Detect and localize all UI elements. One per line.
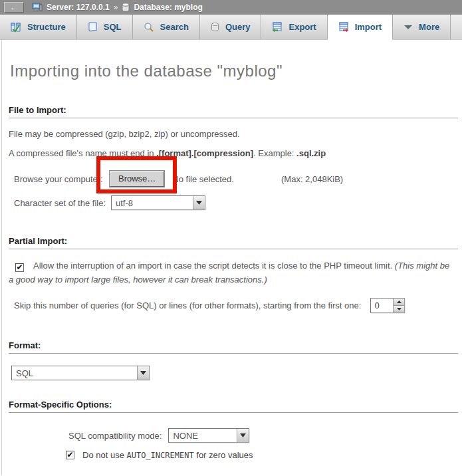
auto-increment-row: ✔ Do not use AUTO_INCREMENT for zero val… <box>66 450 462 460</box>
skip-queries-value: 0 <box>371 298 393 312</box>
tab-sql[interactable]: SQL <box>77 15 133 39</box>
database-icon <box>122 3 130 12</box>
search-icon <box>144 22 154 33</box>
auto-increment-checkbox[interactable]: ✔ <box>66 451 74 459</box>
allow-interrupt-row: ✔Allow the interruption of an import in … <box>9 259 454 287</box>
tab-label: Export <box>289 22 316 32</box>
format-selected-value: SQL <box>12 366 37 380</box>
tab-import[interactable]: Import <box>328 15 393 40</box>
import-icon <box>338 22 349 33</box>
server-icon <box>32 3 43 12</box>
breadcrumb-bar: ← Server: 127.0.0.1 » Database: myblog <box>0 0 462 15</box>
sql-compat-row: SQL compatibility mode: NONE <box>68 428 462 443</box>
breadcrumb-server[interactable]: Server: 127.0.0.1 <box>47 3 110 12</box>
page-title: Importing into the database "myblog" <box>2 40 462 80</box>
section-heading-file-to-import: File to Import: <box>9 105 458 118</box>
tab-label: Structure <box>27 22 66 32</box>
tab-label: Query <box>225 22 251 32</box>
tab-label: Import <box>355 22 382 32</box>
main-content: Importing into the database "myblog" Fil… <box>1 40 462 475</box>
auto-increment-code: AUTO_INCREMENT <box>127 451 194 460</box>
filename-info-line: A compressed file's name must end in .[f… <box>9 148 455 159</box>
format-select[interactable]: SQL <box>11 366 150 380</box>
structure-icon <box>11 22 21 33</box>
spinner-up-button[interactable] <box>394 298 404 306</box>
breadcrumb-separator: » <box>114 3 118 12</box>
auto-increment-text: Do not use AUTO_INCREMENT for zero value… <box>82 450 253 460</box>
spinner-down-button[interactable] <box>394 306 404 312</box>
skip-queries-row: Skip this number of queries (for SQL) or… <box>14 298 455 313</box>
section-heading-format: Format: <box>9 340 458 354</box>
skip-queries-label: Skip this number of queries (for SQL) or… <box>14 300 361 310</box>
charset-selected-value: utf-8 <box>112 196 137 209</box>
sql-compat-selected-value: NONE <box>169 429 202 442</box>
charset-row: Character set of the file: utf-8 <box>14 195 455 210</box>
dropdown-arrow-icon <box>237 429 249 442</box>
no-file-selected-text: No file selected. <box>172 174 234 184</box>
sql-compat-label: SQL compatibility mode: <box>68 431 162 441</box>
allow-interrupt-text: Allow the interruption of an import in c… <box>33 261 395 271</box>
tab-query[interactable]: Query <box>200 15 262 39</box>
dropdown-arrow-icon <box>193 196 205 209</box>
section-heading-partial-import: Partial Import: <box>9 236 458 249</box>
skip-queries-input[interactable]: 0 <box>370 298 405 313</box>
tab-more[interactable]: More <box>393 15 451 39</box>
tabbar-filler <box>451 15 462 39</box>
section-heading-format-specific: Format-Specific Options: <box>9 400 458 413</box>
browse-label: Browse your computer: <box>14 174 110 184</box>
compression-info-line: File may be compressed (gzip, bzip2, zip… <box>9 129 455 140</box>
back-button[interactable]: ← <box>4 2 24 13</box>
tab-export[interactable]: Export <box>261 15 327 39</box>
charset-label: Character set of the file: <box>14 198 111 208</box>
chevron-down-icon <box>404 25 413 30</box>
query-icon <box>211 22 219 32</box>
number-spinner <box>393 298 404 312</box>
dropdown-arrow-icon <box>137 366 149 380</box>
tab-label: Search <box>160 22 189 32</box>
browse-button[interactable]: Browse… <box>110 171 164 187</box>
max-size-note: (Max: 2,048KiB) <box>281 174 343 184</box>
file-upload-row: Browse your computer: Browse… No file se… <box>14 170 455 187</box>
sql-compat-select[interactable]: NONE <box>168 428 249 443</box>
allow-interrupt-checkbox[interactable]: ✔ <box>15 263 24 272</box>
tab-label: More <box>419 22 439 32</box>
breadcrumb-database[interactable]: Database: myblog <box>134 3 202 12</box>
left-arrow-icon: ← <box>10 3 18 11</box>
tab-label: SQL <box>104 22 122 32</box>
tab-structure[interactable]: Structure <box>0 15 77 39</box>
sql-icon <box>88 22 98 33</box>
tab-bar: Structure SQL Search Query <box>0 15 462 40</box>
tab-search[interactable]: Search <box>133 15 200 39</box>
export-icon <box>272 22 283 33</box>
charset-select[interactable]: utf-8 <box>111 195 205 210</box>
